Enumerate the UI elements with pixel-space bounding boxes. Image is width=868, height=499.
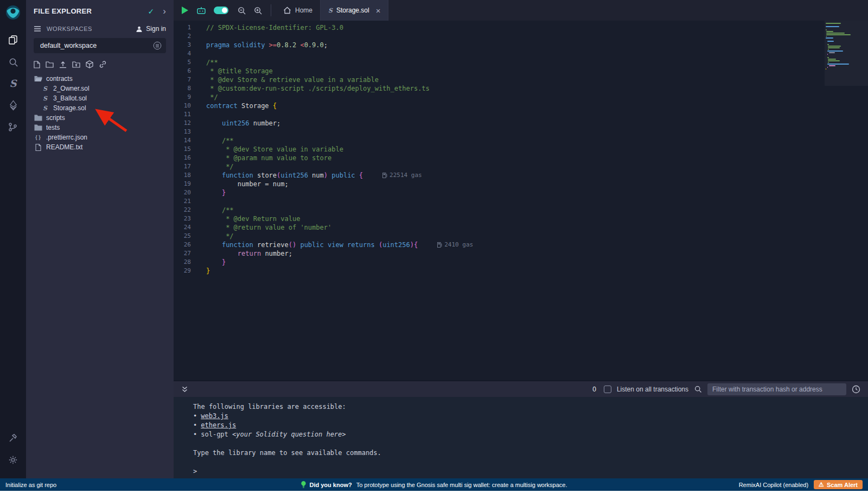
- minimap[interactable]: [826, 23, 859, 70]
- line-number[interactable]: 6: [174, 67, 200, 75]
- history-clock-icon[interactable]: [852, 385, 860, 394]
- panel-header: FILE EXPLORER ✓ ›: [26, 5, 174, 21]
- home-icon: [283, 7, 291, 14]
- remixai-copilot-icon[interactable]: [196, 5, 207, 15]
- warning-icon: ⚠: [819, 481, 824, 488]
- publish-cube-icon[interactable]: [86, 60, 93, 68]
- json-file-icon: { }: [34, 135, 42, 140]
- terminal[interactable]: The following libraries are accessible:•…: [174, 397, 868, 478]
- line-number[interactable]: 3: [174, 41, 200, 49]
- listen-label: Listen on all transactions: [617, 386, 688, 393]
- folder-icon: [34, 115, 42, 121]
- line-number[interactable]: 17: [174, 162, 200, 171]
- line-number[interactable]: 12: [174, 119, 200, 128]
- line-number[interactable]: 10: [174, 102, 200, 110]
- workspaces-row: WORKSPACES Sign in: [26, 21, 174, 36]
- tree-file-Storage.sol[interactable]: SStorage.sol: [26, 103, 174, 113]
- lightbulb-icon: [301, 481, 306, 488]
- line-number[interactable]: 29: [174, 267, 200, 275]
- terminal-link[interactable]: ethers.js: [201, 421, 236, 429]
- main-area: Home S Storage.sol × 1// SPDX-License-Id…: [174, 0, 868, 478]
- code-editor[interactable]: 1// SPDX-License-Identifier: GPL-3.023pr…: [174, 21, 868, 381]
- zoom-out-icon[interactable]: [237, 6, 246, 15]
- chevron-right-icon[interactable]: ›: [163, 7, 166, 16]
- listen-all-checkbox[interactable]: [604, 386, 611, 393]
- status-bar: Initialize as git repo Did you know? To …: [0, 478, 868, 491]
- hamburger-menu-icon[interactable]: [34, 26, 41, 32]
- copilot-status[interactable]: RemixAI Copilot (enabled): [739, 482, 808, 488]
- line-number[interactable]: 9: [174, 93, 200, 102]
- terminal-line: [193, 439, 868, 449]
- copilot-toggle[interactable]: [214, 7, 228, 14]
- plugin-manager-icon[interactable]: [0, 427, 26, 449]
- line-number[interactable]: 8: [174, 84, 200, 93]
- line-number[interactable]: 2: [174, 32, 200, 41]
- line-number[interactable]: 16: [174, 154, 200, 162]
- line-number[interactable]: 27: [174, 249, 200, 258]
- link-remixd-icon[interactable]: [99, 60, 107, 68]
- tree-file-3_Ballot.sol[interactable]: S3_Ballot.sol: [26, 93, 174, 103]
- tree-file-2_Owner.sol[interactable]: S2_Owner.sol: [26, 84, 174, 93]
- line-number[interactable]: 24: [174, 223, 200, 232]
- deploy-run-icon[interactable]: [0, 94, 26, 116]
- line-number[interactable]: 26: [174, 241, 200, 249]
- transaction-filter-input[interactable]: [707, 383, 846, 395]
- expand-terminal-icon[interactable]: [181, 386, 188, 393]
- remix-logo-icon[interactable]: [5, 4, 21, 23]
- line-number[interactable]: 5: [174, 58, 200, 67]
- line-number[interactable]: 19: [174, 180, 200, 188]
- run-script-icon[interactable]: [181, 6, 189, 15]
- solidity-compiler-icon[interactable]: S: [0, 73, 26, 94]
- workspace-menu-icon[interactable]: [153, 41, 162, 50]
- code-line: 21: [174, 197, 868, 206]
- tree-folder-scripts[interactable]: scripts: [26, 113, 174, 123]
- sign-in-button[interactable]: Sign in: [136, 25, 166, 33]
- file-actions-toolbar: [26, 54, 174, 72]
- scam-alert-button[interactable]: ⚠Scam Alert: [814, 480, 863, 489]
- line-number[interactable]: 13: [174, 128, 200, 136]
- line-number[interactable]: 22: [174, 206, 200, 214]
- line-number[interactable]: 20: [174, 188, 200, 197]
- upload-folder-icon[interactable]: [72, 61, 80, 68]
- tree-file-.prettierrc.json[interactable]: { }.prettierrc.json: [26, 132, 174, 142]
- code-line: 2: [174, 32, 868, 41]
- line-number[interactable]: 14: [174, 136, 200, 145]
- check-icon[interactable]: ✓: [148, 7, 155, 16]
- new-file-icon[interactable]: [34, 61, 40, 68]
- file-explorer-panel: FILE EXPLORER ✓ › WORKSPACES Sign in def…: [26, 0, 174, 478]
- line-number[interactable]: 25: [174, 232, 200, 241]
- tree-folder-tests[interactable]: tests: [26, 123, 174, 132]
- tree-label: contracts: [46, 75, 73, 83]
- line-number[interactable]: 1: [174, 23, 200, 32]
- line-number[interactable]: 4: [174, 49, 200, 58]
- tree-folder-contracts[interactable]: contracts: [26, 74, 174, 84]
- git-init-button[interactable]: Initialize as git repo: [0, 482, 56, 488]
- zoom-in-icon[interactable]: [253, 6, 263, 15]
- tree-label: .prettierrc.json: [46, 134, 87, 141]
- workspace-selector[interactable]: default_workspace: [34, 38, 166, 53]
- line-number[interactable]: 15: [174, 145, 200, 154]
- terminal-search-icon[interactable]: [694, 385, 702, 393]
- gas-estimate-badge: 22514 gas: [382, 171, 422, 180]
- new-folder-icon[interactable]: [46, 61, 54, 68]
- code-line: 16 * @param num value to store: [174, 154, 868, 162]
- line-number[interactable]: 23: [174, 214, 200, 223]
- tab-home[interactable]: Home: [276, 0, 321, 21]
- tree-file-README.txt[interactable]: README.txt: [26, 142, 174, 152]
- code-line: 28 }: [174, 258, 868, 267]
- status-bar-right: RemixAI Copilot (enabled) ⚠Scam Alert: [739, 480, 868, 489]
- line-number[interactable]: 7: [174, 75, 200, 84]
- line-number[interactable]: 28: [174, 258, 200, 267]
- file-explorer-icon[interactable]: [0, 29, 26, 51]
- line-number[interactable]: 21: [174, 197, 200, 206]
- code-line: 26 function retrieve() public view retur…: [174, 241, 868, 249]
- search-icon[interactable]: [0, 51, 26, 73]
- settings-gear-icon[interactable]: [0, 449, 26, 471]
- close-tab-icon[interactable]: ×: [376, 7, 381, 15]
- tab-storage-sol[interactable]: S Storage.sol ×: [321, 0, 388, 21]
- line-number[interactable]: 18: [174, 171, 200, 180]
- upload-file-icon[interactable]: [59, 61, 67, 68]
- git-icon[interactable]: [0, 116, 26, 138]
- line-number[interactable]: 11: [174, 110, 200, 119]
- terminal-link[interactable]: web3.js: [201, 412, 228, 420]
